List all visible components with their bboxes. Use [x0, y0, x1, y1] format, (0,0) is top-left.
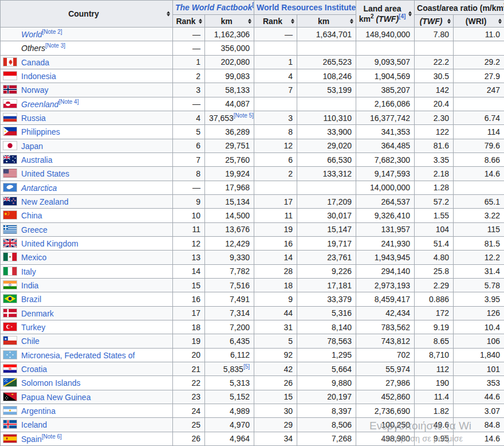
column-group-world-resources-institute[interactable]: World Resources Institute[2]: [254, 1, 356, 15]
world-factbook-link[interactable]: The World Factbook: [175, 3, 252, 12]
sort-icon[interactable]: [248, 18, 251, 24]
country-link[interactable]: Spain: [21, 435, 42, 444]
ratio-wri-cell: 8.66: [454, 152, 504, 166]
world-resources-institute-link[interactable]: World Resources Institute: [257, 3, 356, 12]
country-link[interactable]: World: [21, 30, 42, 39]
country-link[interactable]: Antarctica: [21, 183, 57, 193]
table-row: Spain[Note 6] 26 4,964 34 7,268 498,980 …: [1, 432, 504, 445]
country-link[interactable]: Japan: [21, 142, 43, 151]
country-link[interactable]: Croatia: [21, 365, 47, 374]
country-link[interactable]: Greece: [21, 225, 48, 234]
wri-km-cell: 9,226: [297, 264, 356, 278]
column-header-wri-rank[interactable]: Rank: [254, 15, 297, 28]
column-header-ratio-twf[interactable]: (TWF): [415, 15, 454, 28]
country-cell: Denmark: [1, 306, 173, 320]
country-link[interactable]: China: [21, 211, 42, 220]
country-link[interactable]: United Kingdom: [21, 239, 78, 248]
sort-icon[interactable]: [199, 18, 202, 24]
sort-icon[interactable]: [350, 18, 353, 24]
wri-rank-cell: 11: [254, 209, 297, 222]
ratio-wri-cell: [454, 41, 504, 55]
ratio-wri-cell: 115: [454, 222, 504, 236]
country-link[interactable]: Mexico: [21, 253, 46, 262]
column-group-world-factbook[interactable]: The World Factbook[3]: [173, 1, 254, 15]
wri-km-cell: 23,761: [297, 251, 356, 264]
wri-km-cell: [297, 41, 356, 55]
ratio-wri-cell: 79.6: [454, 139, 504, 152]
wri-rank-cell: 26: [254, 376, 297, 390]
sort-icon[interactable]: [447, 18, 451, 24]
sort-icon[interactable]: [291, 18, 294, 24]
wri-km-cell: 8,140: [297, 320, 356, 334]
country-link[interactable]: Turkey: [21, 323, 45, 332]
country-link[interactable]: Papua New Guinea: [21, 393, 90, 402]
country-link[interactable]: United States: [21, 169, 69, 178]
country-link[interactable]: Canada: [21, 58, 49, 67]
column-header-twf-km[interactable]: km: [205, 15, 254, 28]
country-link[interactable]: New Zealand: [21, 197, 69, 206]
twf-km-cell: 7,200: [205, 320, 254, 334]
country-cell: Norway: [1, 83, 173, 97]
column-header-country[interactable]: Country: [1, 1, 173, 28]
land-area-cell: 27,986: [356, 376, 415, 390]
ratio-wri-cell: 12.2: [454, 251, 504, 264]
twf-km-value: 5,152: [230, 392, 250, 401]
flag-spain-icon: [3, 434, 17, 443]
twf-rank-cell: 26: [173, 432, 205, 445]
column-header-ratio-wri[interactable]: (WRI): [454, 15, 504, 28]
column-header-twf-rank[interactable]: Rank: [173, 15, 205, 28]
note-ref[interactable]: [Note 6]: [42, 433, 62, 440]
sort-icon[interactable]: [408, 11, 412, 17]
country-link[interactable]: Argentina: [21, 406, 56, 416]
note-ref[interactable]: [Note 4]: [58, 99, 78, 105]
ratio-wri-cell: 247: [454, 83, 504, 97]
country-link[interactable]: Chile: [21, 337, 40, 346]
country-cell: Japan: [1, 139, 173, 152]
column-header-wri-km[interactable]: km: [297, 15, 356, 28]
country-link[interactable]: Greenland: [21, 100, 58, 109]
land-area-cell: 16,377,742: [356, 111, 415, 124]
sort-icon[interactable]: [167, 11, 170, 17]
ratio-twf-cell: 7.80: [415, 28, 454, 41]
twf-km-cell: 356,000: [205, 41, 254, 55]
country-link[interactable]: Russia: [21, 114, 46, 123]
ratio-twf-cell: 190: [415, 376, 454, 390]
country-link[interactable]: Denmark: [21, 309, 54, 318]
flag-papua-new-guinea-icon: [3, 392, 17, 401]
country-link[interactable]: Philippines: [21, 127, 60, 136]
km-note-ref[interactable]: [5]: [243, 363, 250, 370]
country-link[interactable]: Norway: [21, 85, 48, 95]
twf-km-cell: 6,112: [205, 348, 254, 362]
country-link[interactable]: Indonesia: [21, 72, 56, 81]
wri-km-cell: 33,900: [297, 125, 356, 139]
country-link[interactable]: India: [21, 281, 38, 290]
twf-km-value: 4,989: [230, 406, 250, 416]
country-cell: Canada: [1, 55, 173, 69]
country-link[interactable]: Solomon Islands: [21, 378, 81, 388]
note-ref[interactable]: [Note 2]: [42, 29, 62, 36]
ratio-twf-cell: 1.55: [415, 209, 454, 222]
km-note-ref[interactable]: [Note 5]: [234, 112, 254, 119]
wri-km-cell: 17,181: [297, 278, 356, 292]
country-link[interactable]: Iceland: [21, 420, 47, 429]
sort-icon[interactable]: [498, 18, 502, 24]
twf-km-value: 4,970: [230, 420, 250, 429]
wri-km-cell: 265,523: [297, 55, 356, 69]
twf-km-value: 1,162,306: [214, 30, 250, 39]
country-link[interactable]: Italy: [21, 267, 36, 276]
note-ref[interactable]: [Note 3]: [45, 43, 65, 49]
twf-km-cell: 58,133: [205, 83, 254, 97]
land-area-cell: 1,904,569: [356, 69, 415, 83]
wri-km-cell: 29,020: [297, 139, 356, 152]
country-link[interactable]: Brazil: [21, 295, 41, 304]
land-area-cell: 8,459,417: [356, 292, 415, 306]
twf-km-value: 99,083: [225, 72, 250, 81]
country-link[interactable]: Australia: [21, 155, 52, 165]
ratio-twf-cell: 2.18: [415, 167, 454, 181]
flag-denmark-icon: [3, 308, 17, 318]
country-cell: Spain[Note 6]: [1, 432, 173, 445]
column-header-land-area[interactable]: Land area km2 (TWF)[4]: [356, 1, 415, 28]
country-link[interactable]: Micronesia, Federated States of: [21, 351, 135, 360]
twf-km-cell: 1,162,306: [205, 28, 254, 41]
citation-ref[interactable]: [4]: [399, 13, 405, 19]
